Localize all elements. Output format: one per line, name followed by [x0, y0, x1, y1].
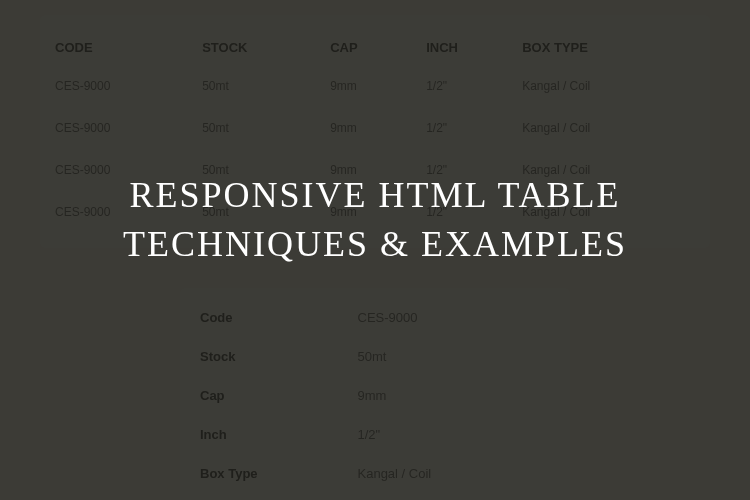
- title-line-1: RESPONSIVE HTML TABLE: [129, 175, 620, 215]
- page-title: RESPONSIVE HTML TABLE TECHNIQUES & EXAMP…: [123, 171, 627, 268]
- title-line-2: TECHNIQUES & EXAMPLES: [123, 224, 627, 264]
- dark-overlay: RESPONSIVE HTML TABLE TECHNIQUES & EXAMP…: [0, 0, 750, 500]
